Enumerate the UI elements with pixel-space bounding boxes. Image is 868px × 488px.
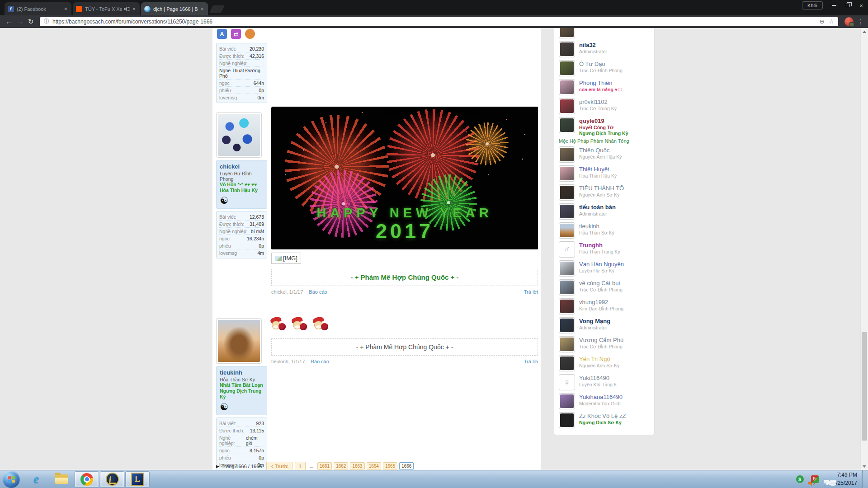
money-tray-icon[interactable]: $ (796, 475, 804, 483)
member-avatar[interactable]: ♂ (559, 241, 575, 258)
tab-close-icon[interactable]: × (199, 6, 205, 12)
scroll-up-arrow[interactable] (861, 28, 868, 35)
reload-button[interactable]: ↻ (25, 18, 36, 26)
member-avatar[interactable] (559, 98, 575, 114)
url-text[interactable]: https://bachngocsach.com/forum/conversat… (52, 19, 819, 25)
fireworks-image[interactable]: HAPPY NEW YEAR 2017 (271, 107, 538, 249)
member-row[interactable]: Thiết HuyếtHóa Thần Hậu Kỳ (559, 165, 650, 182)
member-row[interactable]: Yến Tri NgộNguyên Anh Sơ Kỳ (559, 355, 650, 371)
taskbar-chrome-button[interactable] (75, 471, 99, 488)
member-row[interactable]: tiểu toán bànAdministrator (559, 203, 650, 220)
member-name[interactable]: Thiên Quốc (579, 147, 622, 154)
profile-avatar-icon[interactable] (844, 17, 854, 26)
member-avatar[interactable] (559, 279, 575, 296)
page-1-button[interactable]: 1 (295, 462, 306, 470)
member-row[interactable]: quyle019Huyết Công TửNgưng Dịch Trung Kỳ (559, 117, 650, 137)
browser-tab[interactable]: TÚY - ToFu X Xesi X N× (73, 2, 140, 15)
member-name[interactable]: Yuki116490 (579, 375, 617, 382)
member-name[interactable]: Yukihana116490 (579, 394, 623, 401)
page-button-1666[interactable]: 1666 (399, 462, 414, 470)
member-avatar[interactable] (559, 203, 575, 220)
member-avatar[interactable] (559, 355, 575, 371)
back-button[interactable]: ← (4, 18, 14, 25)
member-name[interactable]: Ô Tư Đạo (579, 61, 623, 68)
member-name[interactable]: Trunghh (579, 242, 620, 249)
member-name[interactable]: Zz Khóc Vô Lệ zZ (579, 413, 626, 420)
broken-image-placeholder[interactable]: [IMG] (271, 253, 301, 264)
show-desktop-button[interactable] (862, 470, 868, 488)
bookmark-star-icon[interactable]: ☆ (829, 18, 834, 25)
member-avatar[interactable] (559, 28, 575, 38)
browser-tab[interactable]: f(2) Facebook× (5, 2, 71, 15)
member-avatar[interactable]: ♀ (559, 374, 575, 390)
post-meta[interactable]: tieukinh, 1/1/17 (271, 359, 305, 364)
tab-audio-icon[interactable] (124, 7, 129, 11)
member-avatar[interactable] (559, 298, 575, 314)
taskbar-file-explorer-button[interactable] (49, 471, 74, 488)
member-avatar[interactable] (559, 412, 575, 428)
sync-tray-icon[interactable]: ↻ (811, 475, 819, 483)
browser-menu-icon[interactable]: ⋮ (856, 18, 864, 25)
report-link[interactable]: Báo cáo (311, 359, 329, 364)
report-link[interactable]: Báo cáo (309, 289, 327, 295)
reply-link[interactable]: Trả lời (524, 289, 538, 295)
member-row[interactable]: ♀Yuki116490Luyện Khí Tầng 8 (559, 374, 650, 390)
member-row[interactable]: Ô Tư ĐạoTrúc Cơ Đỉnh Phong (559, 60, 650, 76)
scrollbar-thumb[interactable] (862, 332, 867, 441)
member-name[interactable]: Yến Tri Ngộ (579, 356, 619, 363)
forward-button[interactable]: → (14, 18, 25, 25)
member-row[interactable]: Phong Thiêncủa em là nắng ♥::: (559, 79, 650, 95)
member-name[interactable]: Vương Cẩm Phú (579, 337, 623, 344)
member-row[interactable]: pr0vkl1102Trúc Cơ Trung Kỳ (559, 98, 650, 114)
member-row[interactable]: Vong MạngAdministrator (559, 317, 650, 333)
member-name[interactable]: quyle019 (579, 117, 628, 125)
zoom-indicator-icon[interactable]: ⊖ (819, 18, 824, 25)
member-name[interactable]: Phong Thiên (579, 80, 623, 87)
post-meta[interactable]: chickel, 1/1/17 (271, 289, 303, 295)
page-button-1664[interactable]: 1664 (367, 462, 381, 470)
taskbar-league-launcher-button[interactable] (100, 471, 124, 488)
member-name[interactable]: nila32 (579, 42, 607, 49)
restore-button[interactable] (841, 1, 854, 10)
member-name[interactable]: tieukinh (579, 223, 614, 230)
address-bar[interactable]: ⓘ https://bachngocsach.com/forum/convers… (40, 17, 838, 26)
username-link[interactable]: tieukinh (220, 369, 264, 376)
member-row[interactable]: nila32Administrator (559, 41, 650, 57)
member-avatar[interactable] (559, 60, 575, 76)
member-row[interactable]: Thiên QuốcNguyên Anh Hậu Kỳ (559, 146, 650, 163)
member-name[interactable]: tiểu toán bàn (579, 204, 616, 211)
avatar[interactable] (216, 112, 262, 158)
member-avatar[interactable] (559, 317, 575, 333)
member-row[interactable]: Vương Cẩm PhúTrúc Cơ Đỉnh Phong (559, 336, 650, 352)
username-link[interactable]: chickel (220, 163, 264, 170)
close-button[interactable]: × (854, 1, 868, 10)
taskbar-internet-explorer-button[interactable]: e (24, 471, 48, 488)
scroll-down-arrow[interactable] (861, 463, 868, 470)
taskbar-league-client-button[interactable]: L (125, 471, 150, 488)
member-row[interactable]: Yukihana116490Moderator box Dịch (559, 393, 650, 409)
member-row[interactable]: Zz Khóc Vô Lệ zZNgưng Dịch Sơ Kỳ (559, 412, 650, 428)
member-row[interactable]: ♂TrunghhHóa Thần Trung Kỳ (559, 241, 650, 258)
member-name[interactable]: Thiết Huyết (579, 166, 617, 173)
member-name[interactable]: pr0vkl1102 (579, 99, 617, 106)
tab-close-icon[interactable]: × (63, 6, 68, 12)
vertical-scrollbar[interactable] (860, 28, 868, 470)
member-avatar[interactable] (559, 79, 575, 95)
member-row[interactable]: Administrator (559, 28, 650, 38)
new-tab-button[interactable] (209, 5, 224, 13)
member-name[interactable]: vhung1992 (579, 299, 623, 306)
member-row[interactable]: Vạn Hàn NguyênLuyện Hư Sơ Kỳ (559, 260, 650, 277)
member-row[interactable]: tieukinhHỏa Thần Sơ Kỳ (559, 222, 650, 239)
member-avatar[interactable] (559, 260, 575, 277)
member-avatar[interactable] (559, 184, 575, 201)
minimize-button[interactable] (827, 1, 841, 10)
member-avatar[interactable] (559, 117, 575, 133)
page-button-1665[interactable]: 1665 (383, 462, 397, 470)
start-button[interactable] (3, 471, 20, 488)
member-avatar[interactable] (559, 222, 575, 239)
member-row[interactable]: vhung1992Kim Đan Đỉnh Phong (559, 298, 650, 314)
prev-page-button[interactable]: < Trước (266, 462, 292, 470)
member-name[interactable]: TIÊU THÁNH TỔ (579, 185, 624, 192)
member-avatar[interactable] (559, 41, 575, 57)
reply-link[interactable]: Trả lời (524, 359, 538, 364)
